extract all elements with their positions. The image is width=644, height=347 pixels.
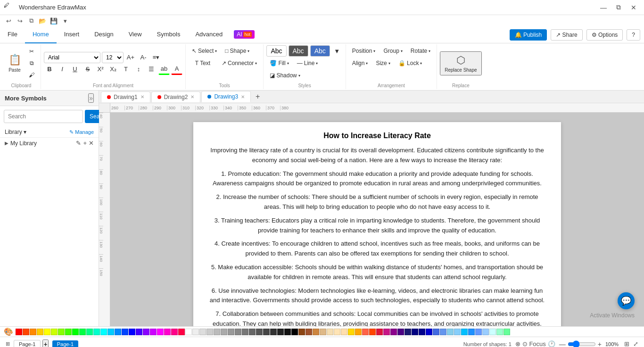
color-swatch-9[interactable]	[79, 329, 86, 335]
my-library-edit-button[interactable]: ✎	[76, 140, 81, 147]
color-swatch-56[interactable]	[412, 329, 418, 335]
color-swatch-33[interactable]	[249, 329, 256, 335]
fit-page-button[interactable]: ⊞	[624, 340, 629, 347]
fill-button[interactable]: 🪣 Fill ▾	[266, 58, 292, 69]
zoom-in-button[interactable]: +	[598, 340, 602, 347]
add-page-button[interactable]: +	[42, 339, 48, 347]
color-swatch-60[interactable]	[440, 329, 446, 335]
color-swatch-58[interactable]	[426, 329, 432, 335]
format-painter-button[interactable]: 🖌	[25, 69, 38, 81]
tab-design[interactable]: Design	[87, 26, 121, 43]
maximize-button[interactable]: ⧉	[612, 2, 625, 13]
color-swatch-27[interactable]	[206, 329, 213, 335]
color-swatch-8[interactable]	[72, 329, 79, 335]
undo-button[interactable]: ↩	[4, 16, 13, 25]
chat-bubble[interactable]: 💬	[618, 292, 635, 309]
color-swatch-6[interactable]	[58, 329, 65, 335]
line-button[interactable]: — Line ▾	[294, 58, 322, 69]
color-swatch-20[interactable]	[157, 329, 164, 335]
color-swatch-63[interactable]	[461, 329, 468, 335]
color-swatch-62[interactable]	[454, 329, 461, 335]
search-input[interactable]	[4, 110, 83, 123]
color-swatch-57[interactable]	[419, 329, 425, 335]
color-swatch-36[interactable]	[270, 329, 277, 335]
color-swatch-44[interactable]	[327, 329, 333, 335]
color-swatch-46[interactable]	[341, 329, 347, 335]
color-swatch-45[interactable]	[334, 329, 340, 335]
style-abc-2[interactable]: Abc	[289, 45, 308, 57]
zoom-out-button[interactable]: —	[559, 340, 566, 347]
color-swatch-38[interactable]	[284, 329, 291, 335]
color-swatch-53[interactable]	[390, 329, 397, 335]
color-swatch-48[interactable]	[355, 329, 362, 335]
size-button[interactable]: Size ▾	[372, 58, 393, 69]
minimize-button[interactable]: —	[597, 2, 610, 13]
focus-button[interactable]: ⊙ Focus	[522, 340, 546, 347]
color-swatch-47[interactable]	[348, 329, 355, 335]
page-name-inactive[interactable]: Page-1	[14, 340, 41, 347]
highlight-button[interactable]: ab	[158, 64, 170, 75]
color-swatch-3[interactable]	[37, 329, 43, 335]
list-button[interactable]: ☰	[146, 64, 157, 75]
color-swatch-23[interactable]	[178, 329, 185, 335]
tab-symbols[interactable]: Symbols	[149, 26, 188, 43]
color-swatch-10[interactable]	[86, 329, 93, 335]
select-button[interactable]: ↖ Select ▾	[189, 45, 220, 57]
color-swatch-34[interactable]	[256, 329, 263, 335]
increase-font-button[interactable]: A+	[125, 52, 136, 63]
options-button[interactable]: ⚙ Options	[586, 29, 623, 41]
style-abc-3[interactable]: Abc	[310, 45, 330, 57]
tab-view[interactable]: View	[121, 26, 149, 43]
shadow-button[interactable]: ◪ Shadow ▾	[266, 70, 303, 81]
tab-close-3[interactable]: ✕	[241, 94, 245, 99]
color-swatch-14[interactable]	[115, 329, 121, 335]
publish-button[interactable]: 🔔 Publish	[510, 29, 547, 41]
color-swatch-68[interactable]	[496, 329, 503, 335]
copy-button[interactable]: ⧉	[25, 58, 38, 69]
color-swatch-4[interactable]	[44, 329, 50, 335]
redo-button[interactable]: ↪	[15, 16, 25, 25]
tab-advanced[interactable]: Advanced	[188, 26, 230, 43]
color-swatch-13[interactable]	[107, 329, 114, 335]
color-swatch-25[interactable]	[192, 329, 199, 335]
color-swatch-55[interactable]	[405, 329, 411, 335]
color-swatch-37[interactable]	[277, 329, 284, 335]
my-library-add-button[interactable]: +	[83, 140, 87, 147]
color-swatch-43[interactable]	[320, 329, 326, 335]
color-swatch-49[interactable]	[362, 329, 369, 335]
italic-button[interactable]: I	[57, 64, 68, 75]
color-swatch-35[interactable]	[263, 329, 270, 335]
color-swatch-50[interactable]	[369, 329, 376, 335]
color-swatch-42[interactable]	[313, 329, 319, 335]
superscript-button[interactable]: X²	[95, 64, 106, 75]
decrease-font-button[interactable]: A-	[138, 52, 149, 63]
doc-tab-drawing3[interactable]: Drawing3 ✕	[201, 91, 251, 102]
color-swatch-52[interactable]	[383, 329, 390, 335]
save-button[interactable]: 💾	[49, 16, 58, 25]
color-swatch-67[interactable]	[489, 329, 496, 335]
tab-ai[interactable]: AI hot	[230, 26, 258, 43]
color-swatch-26[interactable]	[199, 329, 206, 335]
color-swatch-39[interactable]	[291, 329, 298, 335]
layers-button[interactable]: ⊗	[515, 340, 520, 347]
color-swatch-0[interactable]	[16, 329, 22, 335]
new-button[interactable]: ⧉	[26, 16, 36, 25]
color-swatch-7[interactable]	[65, 329, 72, 335]
position-button[interactable]: Position ▾	[349, 45, 379, 57]
color-swatch-5[interactable]	[51, 329, 58, 335]
page-tab-active[interactable]: Page-1	[52, 340, 78, 347]
color-swatch-21[interactable]	[164, 329, 171, 335]
doc-tab-drawing2[interactable]: Drawing2 ✕	[151, 91, 201, 102]
color-swatch-11[interactable]	[93, 329, 100, 335]
tab-close-1[interactable]: ✕	[140, 94, 144, 99]
color-swatch-69[interactable]	[504, 329, 510, 335]
align-button-2[interactable]: Align ▾	[349, 58, 372, 69]
text-transform-button[interactable]: T	[120, 64, 132, 75]
color-swatch-28[interactable]	[214, 329, 220, 335]
lock-button[interactable]: 🔒 Lock ▾	[395, 58, 426, 69]
canvas-scroll-area[interactable]: How to Increase Literacy Rate Improving …	[110, 113, 644, 326]
subscript-button[interactable]: X₂	[107, 64, 119, 75]
bold-button[interactable]: B	[44, 64, 55, 75]
strikethrough-button[interactable]: S̶	[82, 64, 93, 75]
text-button[interactable]: T Text	[189, 58, 217, 69]
